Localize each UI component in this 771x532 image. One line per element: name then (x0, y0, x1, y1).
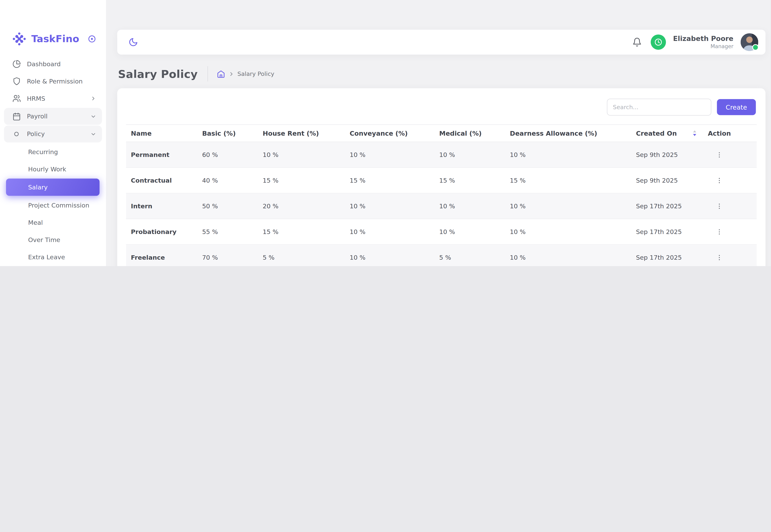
cell-dearness: 10 % (505, 193, 631, 219)
sidebar-toggle-icon[interactable] (88, 35, 96, 43)
sidebar-subitem-label: Hourly Work (28, 166, 66, 173)
cell-conveyance: 10 % (345, 219, 435, 245)
sidebar-subitem-salary[interactable]: Salary (6, 179, 100, 196)
sidebar-subitem-over-time[interactable]: Over Time (0, 231, 106, 248)
cell-created: Sep 17th 2025 (631, 193, 703, 219)
attendance-clock-button[interactable] (651, 35, 666, 50)
cell-basic: 60 % (197, 142, 258, 168)
sidebar-subitem-hourly-work[interactable]: Hourly Work (0, 161, 106, 178)
cell-name: Permanent (126, 142, 197, 168)
cell-dearness: 15 % (505, 168, 631, 193)
chevron-down-icon (90, 131, 96, 137)
sidebar-item-dashboard[interactable]: Dashboard (0, 55, 106, 73)
cell-action (703, 168, 757, 193)
ring-icon (12, 130, 21, 138)
title-divider (207, 66, 208, 81)
cell-created: Sep 9th 2025 (631, 168, 703, 193)
row-actions-menu-button[interactable] (714, 149, 726, 161)
cell-conveyance: 10 % (345, 245, 435, 266)
sort-desc-icon[interactable] (692, 130, 698, 137)
row-actions-menu-button[interactable] (714, 174, 726, 186)
cell-medical: 15 % (435, 168, 505, 193)
create-button[interactable]: Create (717, 99, 756, 115)
cell-medical: 10 % (435, 219, 505, 245)
cell-conveyance: 10 % (345, 193, 435, 219)
notifications-button[interactable] (631, 36, 643, 49)
search-input[interactable] (607, 99, 711, 116)
users-icon (12, 94, 21, 103)
cell-action (703, 193, 757, 219)
column-header-conveyance-: Conveyance (%) (345, 125, 435, 142)
sidebar-subitem-extra-leave[interactable]: Extra Leave (0, 248, 106, 266)
cell-conveyance: 15 % (345, 168, 435, 193)
cell-name: Probationary (126, 219, 197, 245)
user-meta: Elizabeth Poore Manager (673, 35, 733, 50)
chevron-right-icon (90, 96, 96, 102)
sidebar-subitem-label: Project Commission (28, 202, 89, 209)
column-header-created-on[interactable]: Created On (631, 125, 703, 142)
breadcrumb-current: Salary Policy (237, 71, 274, 77)
shield-icon (12, 77, 21, 86)
table-row: Contractual40 %15 %15 %15 %15 %Sep 9th 2… (126, 168, 757, 193)
cell-name: Freelance (126, 245, 197, 266)
cell-basic: 70 % (197, 245, 258, 266)
sidebar-subitem-recurring[interactable]: Recurring (0, 143, 106, 161)
topbar-right: Elizabeth Poore Manager (631, 33, 758, 51)
cell-conveyance: 10 % (345, 142, 435, 168)
sidebar-item-label: Dashboard (27, 60, 61, 68)
sidebar-subitem-label: Extra Leave (28, 253, 65, 261)
cell-house_rent: 5 % (258, 245, 345, 266)
table-toolbar: Create (126, 99, 756, 116)
user-name: Elizabeth Poore (673, 35, 733, 43)
sidebar-subitem-label: Meal (28, 219, 43, 226)
breadcrumb-home-icon[interactable] (217, 70, 225, 78)
cell-basic: 55 % (197, 219, 258, 245)
sidebar-subitem-label: Over Time (28, 236, 60, 243)
cell-house_rent: 20 % (258, 193, 345, 219)
page-head: Salary Policy Salary Policy (118, 65, 766, 83)
row-actions-menu-button[interactable] (714, 226, 726, 238)
cell-basic: 50 % (197, 193, 258, 219)
online-status-dot (752, 44, 759, 51)
sidebar-subitem-insurance[interactable]: Insurance (0, 266, 106, 266)
cell-created: Sep 9th 2025 (631, 142, 703, 168)
column-header-house-rent-: House Rent (%) (258, 125, 345, 142)
table-row: Intern50 %20 %10 %10 %10 %Sep 17th 2025 (126, 193, 757, 219)
sidebar-item-role-permission[interactable]: Role & Permission (0, 73, 106, 90)
table-row: Probationary55 %15 %10 %10 %10 %Sep 17th… (126, 219, 757, 245)
row-actions-menu-button[interactable] (714, 251, 726, 263)
brand-logo-icon (11, 31, 27, 47)
cell-house_rent: 15 % (258, 168, 345, 193)
sidebar-subitem-project-commission[interactable]: Project Commission (0, 197, 106, 214)
table-row: Permanent60 %10 %10 %10 %10 %Sep 9th 202… (126, 142, 757, 168)
cell-dearness: 10 % (505, 219, 631, 245)
sidebar-item-policy[interactable]: Policy (4, 126, 102, 142)
cell-dearness: 10 % (505, 142, 631, 168)
column-label: Created On (636, 129, 677, 137)
sidebar-nav: DashboardRole & PermissionHRMSPayrollPol… (0, 55, 106, 266)
sidebar-item-label: Policy (27, 130, 45, 138)
page-title: Salary Policy (118, 68, 198, 80)
sidebar-item-payroll[interactable]: Payroll (4, 108, 102, 125)
dark-mode-toggle[interactable] (127, 36, 140, 49)
column-header-name: Name (126, 125, 197, 142)
sidebar: TaskFino DashboardRole & PermissionHRMSP… (0, 0, 106, 266)
user-avatar[interactable] (741, 33, 758, 51)
cell-house_rent: 15 % (258, 219, 345, 245)
sidebar-subitem-meal[interactable]: Meal (0, 214, 106, 231)
row-actions-menu-button[interactable] (714, 200, 726, 212)
app-root: TaskFino DashboardRole & PermissionHRMSP… (0, 0, 771, 266)
main-area: Elizabeth Poore Manager (106, 0, 771, 266)
sidebar-subitem-label: Recurring (28, 148, 58, 156)
chevron-down-icon (90, 113, 96, 119)
column-header-dearness-allowance-: Dearness Allowance (%) (505, 125, 631, 142)
pie-chart-icon (12, 60, 21, 68)
sidebar-item-label: Role & Permission (27, 78, 83, 85)
cell-medical: 10 % (435, 142, 505, 168)
topbar: Elizabeth Poore Manager (117, 30, 766, 55)
cell-dearness: 10 % (505, 245, 631, 266)
cell-name: Contractual (126, 168, 197, 193)
sidebar-item-hrms[interactable]: HRMS (0, 90, 106, 107)
salary-policy-table: NameBasic (%)House Rent (%)Conveyance (%… (126, 124, 757, 266)
brand-row: TaskFino (0, 30, 106, 48)
